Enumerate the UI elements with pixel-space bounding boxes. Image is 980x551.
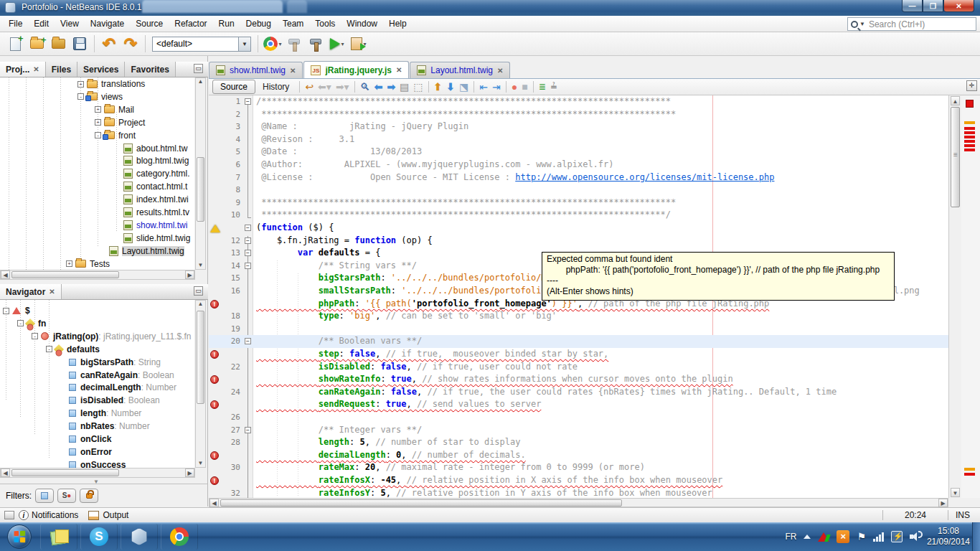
error-stripe-mark[interactable]	[964, 121, 975, 124]
language-indicator[interactable]: FR	[785, 532, 796, 542]
code-line-18[interactable]: 18 type: 'big', // can be set to 'small'…	[209, 310, 948, 323]
menu-help[interactable]: Help	[383, 17, 413, 30]
clean-build-button[interactable]	[306, 34, 325, 53]
code-line-19[interactable]: 19	[209, 323, 948, 336]
error-stripe-mark[interactable]	[964, 144, 975, 147]
code-fold-icon[interactable]: −	[245, 237, 251, 244]
start-macro-recording-button[interactable]: ●	[512, 80, 517, 93]
notifications-link[interactable]: Notifications	[32, 510, 78, 520]
menu-view[interactable]: View	[55, 17, 85, 30]
menu-file[interactable]: File	[3, 17, 28, 30]
tree-item[interactable]: -views	[0, 90, 194, 103]
code-line-9[interactable]: 9 **************************************…	[209, 197, 948, 209]
error-stripe-mark[interactable]	[964, 149, 975, 151]
code-line-22[interactable]: 22 isDisabled: false, // if true, user c…	[209, 361, 948, 374]
navigator-item[interactable]: -$	[0, 304, 194, 317]
close-button[interactable]: ✕	[943, 0, 974, 12]
stop-macro-recording-button[interactable]: ■	[522, 80, 527, 93]
save-all-button[interactable]	[70, 34, 89, 53]
code-line-21[interactable]: ! step: false, // if true, mouseover bin…	[209, 348, 948, 361]
code-line-2[interactable]: 2 **************************************…	[209, 108, 948, 121]
code-fold-icon[interactable]: −	[245, 225, 251, 231]
code-fold-icon[interactable]: −	[245, 427, 251, 433]
code-line-28[interactable]: 28 length: 5, // number of star to displ…	[209, 436, 948, 449]
error-stripe-mark[interactable]	[964, 473, 975, 476]
power-plug-icon[interactable]	[891, 531, 903, 542]
expand-icon[interactable]: +	[95, 119, 101, 126]
code-line-23[interactable]: ! showRateInfo: true, // show rates info…	[209, 373, 948, 386]
tree-item[interactable]: blog.html.twig	[0, 154, 194, 167]
show-desktop-button[interactable]	[972, 522, 980, 551]
redo-button[interactable]: ↷	[121, 34, 140, 53]
navigator-item[interactable]: nbRates : Number	[0, 420, 194, 433]
navigator-item[interactable]: -jRating(op) : jRating.jquery_L11.$.fn	[0, 330, 194, 343]
scrollbar-thumb[interactable]	[951, 107, 960, 207]
collapse-icon[interactable]: -	[17, 320, 24, 326]
window-titlebar[interactable]: Portofolio - NetBeans IDE 8.0.1 — ❐ ✕	[0, 0, 980, 16]
tree-item[interactable]: -front	[0, 129, 194, 142]
error-stripe-mark[interactable]	[964, 131, 975, 134]
tree-item[interactable]: index.html.twi	[0, 193, 194, 206]
menu-run[interactable]: Run	[213, 17, 240, 30]
navigator-horizontal-scrollbar[interactable]: ◀▶	[0, 468, 195, 478]
code-line-3[interactable]: 3 @Name : jRating - jQuery Plugin	[209, 121, 948, 133]
code-fold-icon[interactable]: −	[245, 250, 251, 256]
tray-app-icon[interactable]	[818, 531, 829, 542]
taskbar-clock[interactable]: 15:08 21/09/2014	[927, 526, 970, 547]
menu-refactor[interactable]: Refactor	[169, 17, 212, 30]
menu-team[interactable]: Team	[277, 17, 309, 30]
code-line-4[interactable]: 4 @Revison : 3.1	[209, 133, 948, 146]
find-previous-button[interactable]: ⬅	[374, 80, 383, 93]
warning-glyph-icon[interactable]	[210, 225, 220, 232]
shift-right-button[interactable]: ⇥	[492, 80, 501, 93]
code-line-11[interactable]: −(function ($) {	[209, 222, 948, 235]
code-line-7[interactable]: 7 @License : Open Source - MIT License :…	[209, 171, 948, 184]
code-line-32[interactable]: 32 rateInfosY: 5, // relative position i…	[209, 487, 948, 498]
collapse-icon[interactable]: -	[46, 346, 52, 352]
code-line-5[interactable]: 5 @Date : 13/08/2013	[209, 146, 948, 159]
code-fold-icon[interactable]: −	[245, 98, 251, 105]
menu-tools[interactable]: Tools	[309, 17, 341, 30]
tab-favorites[interactable]: Favorites	[125, 62, 175, 77]
code-line-29[interactable]: ! decimalLength: 0, // number of decimal…	[209, 449, 948, 462]
editor-vertical-scrollbar[interactable]: ▲ ▼	[948, 95, 961, 498]
close-icon[interactable]: ✕	[497, 67, 503, 75]
expand-icon[interactable]: +	[66, 260, 72, 267]
comment-button[interactable]: ≣	[539, 80, 546, 93]
open-project-button[interactable]	[49, 34, 67, 53]
collapse-icon[interactable]: -	[77, 93, 84, 100]
tree-item[interactable]: show.html.twi	[0, 219, 194, 232]
next-bookmark-button[interactable]: ⬇	[446, 80, 455, 93]
navigator-item[interactable]: length : Number	[0, 407, 194, 420]
new-file-button[interactable]	[6, 34, 24, 53]
start-button[interactable]	[1, 523, 37, 550]
code-line-20[interactable]: 20− /** Boolean vars **/	[209, 335, 948, 348]
editor-tab-jrating-jquery-js[interactable]: JSjRating.jquery.js✕	[303, 61, 409, 78]
menu-source[interactable]: Source	[130, 17, 169, 30]
find-next-button[interactable]: ➡	[387, 80, 395, 93]
navigator-vertical-scrollbar[interactable]: ▲ ▼	[195, 300, 206, 468]
navigator-item[interactable]: bigStarsPath : String	[0, 356, 194, 369]
configuration-select[interactable]: <default> ▼	[152, 37, 251, 52]
close-icon[interactable]: ✕	[33, 65, 39, 73]
window-mode-icon[interactable]	[4, 511, 14, 519]
filter-static-button[interactable]: S●	[57, 489, 76, 503]
close-icon[interactable]: ✕	[49, 288, 55, 296]
filter-nonpublic-button[interactable]	[80, 489, 98, 503]
taskbar-sticky-notes-button[interactable]	[40, 524, 77, 550]
build-project-button[interactable]	[285, 34, 303, 53]
chevron-down-icon[interactable]: ▼	[859, 21, 865, 27]
new-project-button[interactable]	[27, 34, 46, 53]
undo-button[interactable]: ↶	[100, 34, 118, 53]
tree-item[interactable]: results.html.tv	[0, 206, 194, 219]
debug-project-button[interactable]: ▾	[349, 34, 368, 53]
back-button[interactable]: ⬅▾	[318, 80, 331, 93]
scroll-down-arrow[interactable]: ▼	[951, 488, 960, 497]
shift-left-button[interactable]: ⇤	[479, 80, 488, 93]
error-indicator[interactable]	[966, 100, 974, 108]
collapse-icon[interactable]: -	[32, 333, 38, 339]
xampp-tray-icon[interactable]: ×	[837, 530, 849, 543]
error-glyph-icon[interactable]: !	[210, 350, 219, 359]
tab-services[interactable]: Services	[77, 62, 125, 77]
expand-icon[interactable]: +	[95, 106, 101, 113]
